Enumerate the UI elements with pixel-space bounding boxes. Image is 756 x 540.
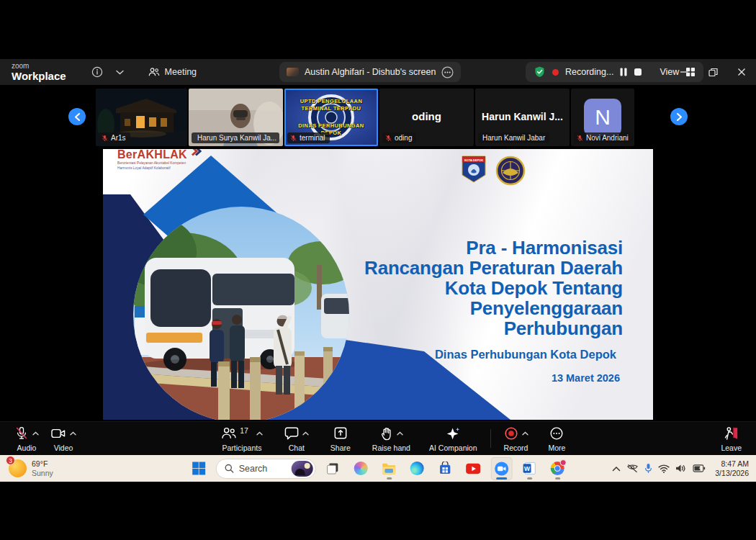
chevron-up-icon[interactable]	[32, 431, 39, 436]
camera-off-icon[interactable]	[626, 464, 639, 474]
ai-companion-label: AI Companion	[429, 444, 477, 452]
more-label: More	[549, 444, 566, 452]
minimize-icon	[680, 68, 688, 76]
audio-label: Audio	[17, 444, 37, 452]
berakhlak-tagline-2: Harmonis Loyal Adaptif Kolaboratif	[117, 166, 225, 171]
scroll-right-button[interactable]	[670, 108, 688, 125]
start-button[interactable]	[188, 457, 210, 480]
brand-dropdown-button[interactable]	[111, 63, 130, 81]
video-tile-terminal[interactable]: UPTD PENGELOLAAN TERMINAL TERPADU DINAS …	[284, 89, 378, 146]
leave-button[interactable]: Leave	[715, 422, 747, 455]
taskbar-clock[interactable]: 8:47 AM 3/13/2026	[715, 459, 749, 477]
chevron-up-icon[interactable]	[397, 431, 403, 436]
chat-bubble-icon	[284, 426, 299, 440]
participant-nameplate: Harun Surya Kanwil Ja...	[192, 132, 279, 143]
scroll-left-button[interactable]	[68, 108, 86, 125]
youtube-button[interactable]	[462, 457, 484, 480]
task-view-button[interactable]	[322, 457, 343, 480]
minimize-button[interactable]	[670, 59, 698, 85]
chevron-up-icon[interactable]	[256, 431, 263, 436]
participant-name: Harun Kanwil Jabar	[482, 134, 545, 142]
battery-icon[interactable]	[693, 464, 706, 472]
participant-nameplate: Harun Kanwil Jabar	[478, 132, 549, 143]
video-tile-ar1s[interactable]: Ar1s	[96, 89, 187, 146]
berakhlak-tagline-1: Berorientasi Pelayanan Akuntabel Kompete…	[117, 161, 225, 166]
video-label: Video	[54, 444, 73, 452]
notification-badge: 3	[6, 456, 15, 465]
pause-recording-button[interactable]	[620, 68, 627, 76]
video-tile-novi[interactable]: N Novi Andriani	[571, 89, 634, 146]
chevron-up-icon[interactable]	[522, 431, 528, 436]
more-button[interactable]: More	[543, 422, 572, 455]
zoom-app-button[interactable]	[490, 457, 512, 480]
audio-button[interactable]: Audio	[9, 422, 45, 455]
restore-button[interactable]	[698, 59, 727, 85]
ai-companion-button[interactable]: AI Companion	[423, 422, 483, 455]
participant-display-name: oding	[379, 110, 474, 122]
info-icon	[91, 66, 103, 78]
people-icon	[148, 67, 160, 77]
chrome-icon	[551, 462, 564, 475]
tab-meeting[interactable]: Meeting	[148, 67, 197, 77]
participants-button[interactable]: 17 Participants	[215, 422, 269, 455]
word-button[interactable]: W	[518, 457, 540, 480]
share-button[interactable]: Share	[325, 422, 356, 455]
toolbar-spacer	[571, 422, 715, 455]
slide-title-line: Perhubungan	[364, 318, 623, 338]
tab-options-ellipsis-icon[interactable]	[441, 66, 454, 78]
chevron-up-icon[interactable]	[70, 431, 76, 436]
hidden-icons-chevron[interactable]	[612, 466, 621, 472]
stop-recording-button[interactable]	[634, 68, 642, 76]
participant-name: Ar1s	[111, 134, 126, 142]
volume-icon[interactable]	[675, 464, 687, 473]
copilot-button[interactable]	[350, 457, 372, 480]
participants-label: Participants	[222, 444, 262, 452]
sun-icon: 3	[9, 459, 27, 477]
kota-depok-banner-text: KOTA DEPOK	[462, 158, 485, 162]
wifi-icon[interactable]	[658, 464, 670, 473]
more-ellipsis-icon	[549, 426, 564, 441]
leave-label: Leave	[721, 444, 742, 452]
slide-title-line: Rancangan Peraturan Daerah	[364, 258, 623, 278]
video-tile-oding[interactable]: oding oding	[379, 89, 474, 146]
toolbar-spacer	[82, 422, 215, 455]
record-icon	[504, 426, 518, 441]
video-tile-harun-surya[interactable]: Harun Surya Kanwil Ja...	[189, 89, 283, 146]
info-button[interactable]	[88, 63, 107, 81]
brand-zoom: zoom	[12, 63, 66, 70]
video-button[interactable]: Video	[45, 422, 82, 455]
raise-hand-button[interactable]: Raise hand	[366, 422, 416, 455]
chevron-left-icon	[74, 113, 81, 121]
close-button[interactable]	[727, 59, 756, 85]
tab-shared-screen[interactable]: Austin Alghifari - Dishub's screen	[279, 62, 461, 82]
file-explorer-button[interactable]	[378, 457, 400, 480]
edge-button[interactable]	[406, 457, 428, 480]
task-view-icon	[326, 462, 340, 475]
running-indicator	[387, 477, 392, 480]
record-button[interactable]: Record	[498, 422, 534, 455]
participant-name: Novi Andriani	[586, 134, 629, 142]
brand-workplace: Workplace	[12, 71, 66, 81]
security-shield-icon[interactable]	[534, 66, 546, 78]
folder-icon	[382, 462, 397, 475]
weather-widget[interactable]: 3 69°F Sunny	[9, 459, 53, 477]
search-box[interactable]: Search	[216, 459, 316, 479]
weather-temperature: 69°F	[32, 459, 53, 468]
chrome-button[interactable]	[546, 457, 568, 480]
video-tile-harun-kanwil[interactable]: Harun Kanwil J... Harun Kanwil Jabar	[475, 89, 570, 146]
taskbar-center: Search	[188, 455, 569, 482]
participants-icon	[221, 426, 236, 440]
leave-meeting-icon	[724, 426, 739, 441]
microphone-active-icon[interactable]	[644, 463, 652, 474]
chevron-up-icon[interactable]	[302, 431, 309, 436]
zoom-app-icon	[494, 462, 508, 476]
chevron-right-icon	[676, 113, 683, 121]
participant-name: Harun Surya Kanwil Ja...	[197, 134, 276, 142]
youtube-icon	[466, 463, 481, 474]
desktop-screenshot: zoom Workplace Meeting Austin	[0, 0, 756, 540]
raise-hand-label: Raise hand	[372, 444, 410, 452]
search-highlight-image	[291, 461, 312, 477]
chat-button[interactable]: Chat	[279, 422, 315, 455]
microsoft-store-button[interactable]	[434, 457, 456, 480]
slide-title-line: Pra - Harmonisasi	[364, 238, 623, 258]
